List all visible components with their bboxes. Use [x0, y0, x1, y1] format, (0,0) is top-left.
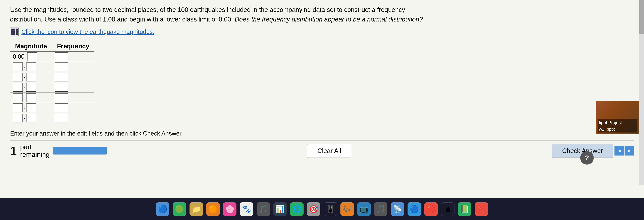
side-panel-thumbnail: tiget Project w....pptx — [596, 101, 639, 134]
grid-cell — [16, 29, 18, 31]
magnitude-cell-7: - — [10, 113, 52, 123]
grid-cell — [11, 31, 13, 33]
part-remaining-section: 1 part remaining — [10, 143, 107, 158]
taskbar-icon-wifi[interactable]: 📡 — [391, 202, 404, 216]
taskbar-icon-files[interactable]: 📁 — [190, 202, 203, 216]
table-row: - — [10, 103, 94, 113]
question-text: Use the magnitudes, rounded to two decim… — [10, 5, 634, 24]
magnitude-cell-2: - — [10, 62, 52, 72]
magnitude-cell-1: 0.00- — [10, 51, 52, 62]
part-label-line2: remaining — [20, 151, 50, 158]
side-panel-line2: w....pptx — [598, 126, 638, 132]
clear-all-button[interactable]: Clear All — [307, 144, 352, 158]
table-row: - — [10, 113, 94, 123]
table-row: - — [10, 82, 94, 93]
magnitude-input-4-high[interactable] — [26, 83, 36, 92]
bottom-instructions: Enter your answer in the edit fields and… — [10, 130, 634, 137]
taskbar-icon-app4[interactable]: 🌸 — [223, 202, 236, 216]
taskbar-icon-app5[interactable]: 🐾 — [240, 202, 253, 216]
frequency-input-2[interactable] — [55, 63, 68, 71]
taskbar-icon-app14[interactable]: 🖥 — [441, 202, 454, 216]
freq-table-wrapper: Magnitude Frequency 0.00- — [10, 41, 107, 123]
taskbar-icon-app8[interactable]: 🌐 — [290, 202, 304, 216]
main-content: Use the magnitudes, rounded to two decim… — [0, 0, 644, 198]
magnitude-cell-4: - — [10, 82, 52, 93]
question-line2-italic: Does the frequency distribution appear t… — [234, 16, 423, 23]
part-label-line1: part — [20, 143, 50, 151]
magnitude-input-3-high[interactable] — [26, 73, 36, 81]
magnitude-input-3-low[interactable] — [13, 73, 23, 81]
icon-link-row: Click the icon to view the earthquake ma… — [10, 28, 634, 36]
frequency-table: Magnitude Frequency 0.00- — [10, 41, 94, 123]
taskbar-icon-app13[interactable]: 🔴 — [424, 202, 438, 216]
part-label: part remaining — [20, 143, 50, 158]
grid-cell — [14, 33, 16, 35]
magnitude-input-6-high[interactable] — [26, 103, 36, 112]
frequency-cell-1 — [52, 51, 94, 62]
magnitude-input-6-low[interactable] — [13, 103, 23, 112]
frequency-input-5[interactable] — [55, 93, 68, 102]
magnitude-input-5-low[interactable] — [13, 93, 23, 102]
taskbar-icon-app16[interactable]: ❌ — [474, 202, 488, 216]
table-row: 0.00- — [10, 51, 94, 62]
grid-cell — [16, 33, 18, 35]
frequency-input-7[interactable] — [55, 114, 68, 122]
nav-next-button[interactable]: ► — [624, 146, 634, 155]
bottom-bar: 1 part remaining Clear All Check Answer … — [10, 140, 634, 160]
scrollbar[interactable] — [639, 0, 644, 185]
taskbar-icon-app6[interactable]: 🎵 — [256, 202, 270, 216]
question-line2: distribution. Use a class width of 1.00 … — [10, 16, 233, 23]
magnitude-input-7-high[interactable] — [26, 114, 36, 122]
taskbar-icon-app7[interactable]: 📊 — [273, 202, 287, 216]
table-row: - — [10, 62, 94, 72]
taskbar-icon-finder[interactable]: 🔵 — [156, 202, 170, 216]
taskbar-icon-music[interactable]: 🎵 — [374, 202, 388, 216]
taskbar: 🔵 🟢 📁 🟠 🌸 🐾 🎵 📊 🌐 🎯 📱 🎶 📺 🎵 📡 🔵 🔴 🖥 📗 ❌ — [0, 198, 644, 220]
part-number: 1 — [10, 145, 17, 157]
taskbar-icon-app3[interactable]: 🟠 — [206, 202, 220, 216]
side-panel-line1: tiget Project — [598, 119, 638, 126]
scrollbar-thumb[interactable] — [639, 0, 644, 34]
taskbar-icon-tv[interactable]: 📺 — [357, 202, 371, 216]
frequency-cell-6 — [52, 103, 94, 113]
taskbar-icon-app11[interactable]: 🎶 — [340, 202, 354, 216]
table-row: - — [10, 93, 94, 103]
magnitude-input-2-low[interactable] — [13, 63, 23, 71]
magnitude-input-5-high[interactable] — [26, 93, 36, 102]
frequency-input-6[interactable] — [55, 103, 68, 112]
magnitude-cell-5: - — [10, 93, 52, 103]
grid-cell — [11, 33, 13, 35]
frequency-input-3[interactable] — [55, 73, 68, 81]
nav-buttons: ◄ ► — [614, 146, 634, 155]
frequency-input-4[interactable] — [55, 83, 68, 92]
magnitude-input-4-low[interactable] — [13, 83, 23, 92]
question-line1: Use the magnitudes, rounded to two decim… — [10, 6, 405, 13]
magnitude-cell-3: - — [10, 72, 52, 82]
magnitude-input-7-low[interactable] — [13, 114, 23, 122]
col-magnitude-header: Magnitude — [10, 41, 52, 51]
help-button[interactable]: ? — [580, 151, 594, 165]
col-frequency-header: Frequency — [52, 41, 94, 51]
magnitude-input-1-high[interactable] — [27, 52, 37, 61]
magnitude-input-2-high[interactable] — [26, 63, 36, 71]
grid-cell — [11, 29, 13, 31]
frequency-cell-7 — [52, 113, 94, 123]
taskbar-icon-app12[interactable]: 🔵 — [408, 202, 421, 216]
frequency-input-1[interactable] — [55, 52, 68, 61]
taskbar-icon-app15[interactable]: 📗 — [458, 202, 471, 216]
frequency-cell-2 — [52, 62, 94, 72]
progress-bar — [53, 147, 107, 154]
frequency-cell-3 — [52, 72, 94, 82]
grid-cell — [14, 29, 16, 31]
taskbar-icon-launchpad[interactable]: 🟢 — [173, 202, 186, 216]
frequency-cell-5 — [52, 93, 94, 103]
table-section: Magnitude Frequency 0.00- — [10, 41, 634, 123]
table-icon[interactable] — [10, 28, 19, 36]
taskbar-icon-app10[interactable]: 📱 — [324, 202, 337, 216]
table-row: - — [10, 72, 94, 82]
grid-cell — [14, 31, 16, 33]
grid-cell — [16, 31, 18, 33]
nav-prev-button[interactable]: ◄ — [614, 146, 624, 155]
icon-link-text[interactable]: Click the icon to view the earthquake ma… — [22, 28, 154, 36]
taskbar-icon-app9[interactable]: 🎯 — [307, 202, 320, 216]
